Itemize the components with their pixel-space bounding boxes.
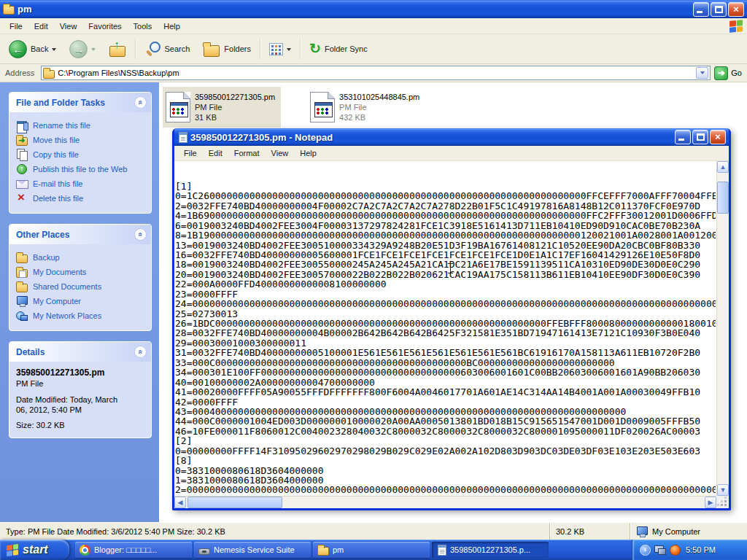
- place-link[interactable]: My Computer: [16, 294, 147, 308]
- vertical-scrollbar[interactable]: ▲ ▼: [716, 161, 729, 496]
- other-places-panel: Other Places « Backup My Documents Share…: [9, 224, 152, 331]
- file-tasks-header[interactable]: File and Folder Tasks «: [9, 93, 151, 112]
- place-link-label: Shared Documents: [33, 282, 101, 291]
- menu-item[interactable]: Help: [158, 20, 185, 33]
- task-link[interactable]: Rename this file: [16, 118, 147, 133]
- horizontal-scrollbar[interactable]: ◀ ▶: [174, 496, 716, 508]
- text-line: 34=000301E100FF0000000000000000000000000…: [175, 368, 716, 377]
- address-input[interactable]: C:\Program Files\NSS\Backup\pm: [41, 66, 711, 80]
- file-name: 359850012271305.pm: [195, 92, 275, 102]
- menu-item[interactable]: Favorites: [83, 20, 126, 33]
- folder-sync-button[interactable]: ↻ Folder Sync: [305, 39, 372, 58]
- resize-grip[interactable]: [716, 496, 729, 508]
- notepad-text-area[interactable]: [1]0=1C260000000000000000000000000000000…: [175, 162, 716, 495]
- address-dropdown-button[interactable]: [696, 67, 708, 79]
- collapse-chevron-icon[interactable]: «: [134, 346, 147, 358]
- menu-item[interactable]: Format: [229, 147, 265, 160]
- back-dropdown-icon[interactable]: [52, 48, 56, 53]
- nss-icon: [198, 548, 210, 555]
- toolbar-separator: [300, 39, 301, 59]
- task-link[interactable]: Move this file: [16, 133, 147, 147]
- network-icon: [16, 310, 28, 322]
- search-button[interactable]: Search: [140, 39, 194, 59]
- taskbar-task-button[interactable]: Nemesis Service Suite: [194, 542, 311, 558]
- collapse-chevron-icon[interactable]: «: [134, 228, 147, 241]
- scroll-down-button[interactable]: ▼: [717, 484, 729, 496]
- task-link[interactable]: Delete this file: [16, 191, 147, 206]
- place-link[interactable]: My Network Places: [16, 308, 147, 323]
- text-line: 18=0019003240BD4002FEE300550000245A245A2…: [175, 260, 716, 269]
- minimize-button[interactable]: [675, 130, 691, 144]
- up-button[interactable]: [104, 39, 131, 59]
- details-size: Size: 30.2 KB: [16, 421, 65, 429]
- menu-item[interactable]: Edit: [29, 20, 53, 33]
- folders-button[interactable]: Folders: [198, 39, 255, 59]
- taskbar-task-button[interactable]: 359850012271305.p...: [432, 542, 549, 558]
- start-button[interactable]: start: [0, 540, 69, 560]
- tray-chevron-icon[interactable]: ‹: [640, 545, 651, 556]
- close-button[interactable]: ×: [710, 130, 726, 144]
- text-line: 33=000C000000000000000000000000000000000…: [175, 358, 716, 368]
- folder-icon: [16, 254, 28, 263]
- status-info: Type: PM File Date Modified: 3/6/2012 5:…: [0, 523, 550, 540]
- taskbar-task-button[interactable]: Blogger: □□□□□...: [75, 542, 192, 558]
- network-tray-icon[interactable]: [654, 545, 666, 555]
- go-button[interactable]: ➔ Go: [714, 66, 745, 80]
- text-line: [1]: [175, 182, 716, 191]
- forward-button[interactable]: →: [65, 38, 100, 61]
- notepad-titlebar[interactable]: 359850012271305.pm - Notepad ×: [174, 128, 729, 146]
- text-line: 0=00000000FFFF14F31095029602970298029B02…: [175, 446, 716, 456]
- file-size: 31 KB: [195, 112, 275, 122]
- move-icon: [16, 137, 28, 146]
- folders-icon: [203, 41, 220, 57]
- menu-item[interactable]: Edit: [204, 147, 228, 160]
- scroll-right-button[interactable]: ▶: [705, 497, 716, 508]
- task-link[interactable]: Publish this file to the Web: [16, 162, 147, 176]
- menu-item[interactable]: Help: [295, 147, 322, 160]
- minimize-button[interactable]: [693, 2, 709, 17]
- forward-dropdown-icon[interactable]: [91, 48, 96, 53]
- shareddocs-icon: [16, 284, 28, 292]
- place-link[interactable]: Backup: [16, 250, 147, 265]
- menu-item[interactable]: View: [55, 20, 82, 33]
- app-tray-icon[interactable]: [670, 545, 681, 556]
- file-tile[interactable]: 353101025448845.pm PM File 432 KB: [307, 87, 425, 128]
- close-icon: ×: [729, 4, 743, 15]
- notepad-icon: [179, 132, 187, 143]
- file-tile-text: 353101025448845.pm PM File 432 KB: [339, 92, 419, 122]
- text-line: [2]: [175, 436, 716, 446]
- task-link[interactable]: E-mail this file: [16, 176, 147, 191]
- menu-item[interactable]: Tools: [128, 20, 158, 33]
- file-tile[interactable]: 359850012271305.pm PM File 31 KB: [163, 87, 281, 128]
- text-line: 40=00100000002A00000000004700000000: [175, 378, 716, 387]
- taskbar-task-button[interactable]: pm: [313, 542, 430, 558]
- place-link[interactable]: Shared Documents: [16, 279, 147, 294]
- text-line: 31=0032FFE740BD40000000005100001E561E561…: [175, 348, 716, 357]
- restore-button[interactable]: [711, 2, 727, 17]
- details-header[interactable]: Details «: [9, 342, 151, 362]
- back-button[interactable]: ← Back: [4, 38, 61, 61]
- place-link-label: My Network Places: [33, 311, 101, 320]
- horizontal-scroll-thumb[interactable]: [187, 497, 282, 508]
- place-link[interactable]: My Documents: [16, 265, 147, 279]
- scroll-left-button[interactable]: ◀: [174, 497, 186, 508]
- notepad-title: 359850012271305.pm - Notepad: [190, 132, 672, 143]
- text-line: 28=0032FFE740BD40000000004B00002B642B642…: [175, 328, 716, 338]
- views-dropdown-icon[interactable]: [287, 48, 291, 53]
- views-button[interactable]: [265, 41, 295, 58]
- menu-item[interactable]: File: [179, 147, 202, 160]
- close-button[interactable]: ×: [728, 2, 744, 17]
- scroll-up-button[interactable]: ▲: [717, 161, 729, 173]
- other-places-header[interactable]: Other Places «: [9, 225, 151, 244]
- maximize-button[interactable]: [692, 130, 708, 144]
- notepad-icon: [438, 545, 446, 556]
- notepad-body: [1]0=1C260000000000000000000000000000000…: [174, 161, 729, 508]
- collapse-chevron-icon[interactable]: «: [134, 96, 147, 109]
- search-label: Search: [164, 44, 190, 53]
- folders-label: Folders: [224, 44, 251, 53]
- menu-item[interactable]: View: [266, 147, 294, 160]
- task-link[interactable]: Copy this file: [16, 147, 147, 162]
- folder-icon: [3, 6, 15, 15]
- vertical-scroll-thumb[interactable]: [717, 182, 729, 214]
- menu-item[interactable]: File: [4, 20, 28, 33]
